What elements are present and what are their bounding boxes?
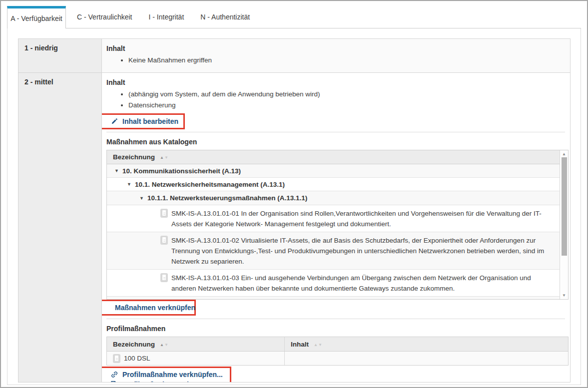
scrollbar-thumb[interactable] <box>562 157 567 256</box>
profil-row[interactable]: 100 DSL <box>107 352 568 365</box>
katalog-heading: Maßnahmen aus Katalogen <box>106 138 565 146</box>
tree-label: 10.1.1. Netzwerksteuerungsmaßnahmen (A.1… <box>147 194 307 202</box>
level-content-mittel: Inhalt (abhängig vom System, auf dem die… <box>102 73 570 383</box>
massnahme-row[interactable]: SMK-IS-A.13.01.01-01 In der Organisation… <box>107 205 568 232</box>
profilmassnahme-anlegen-link[interactable]: Profilmaßnahme anlegen... <box>111 381 223 383</box>
new-document-icon <box>111 381 117 383</box>
scroll-up-icon[interactable]: ▲ <box>560 152 568 156</box>
profil-heading: Profilmaßnahmen <box>106 325 565 333</box>
tree-row-level2[interactable]: ▼ 10.1. Netzwerksicherheitsmanagement (A… <box>107 178 568 191</box>
massnahme-row[interactable]: SMK-IS-A.13.01.01-02 Virtualisierte IT-A… <box>107 232 568 270</box>
table-scrollbar[interactable]: ▲ ▼ <box>560 150 568 299</box>
collapse-caret-icon[interactable]: ▼ <box>127 182 131 187</box>
massnahme-text: SMK-IS-A.13.01.01-02 Virtualisierte IT-A… <box>171 235 552 267</box>
document-icon <box>160 236 168 245</box>
section-divider <box>106 319 565 319</box>
sort-asc-icon: ▲ <box>314 342 318 347</box>
collapse-caret-icon[interactable]: ▼ <box>114 168 119 173</box>
scroll-down-icon[interactable]: ▼ <box>560 293 568 298</box>
tree-label: 10. Kommunikationssicherheit (A.13) <box>122 167 241 175</box>
link-label: Profilmaßnahme verknüpfen... <box>122 371 223 379</box>
section-divider <box>106 132 565 132</box>
massnahme-row[interactable]: SMK-IS-A.13.01.01-03 Ein- und ausgehende… <box>107 270 568 297</box>
sort-icons: ▲▼ <box>314 341 323 348</box>
tree-row-level1[interactable]: ▼ 10. Kommunikationssicherheit (A.13) <box>107 164 568 178</box>
massnahme-text: SMK-IS-A.13.01.01-01 In der Organisation… <box>171 208 552 229</box>
column-label: Inhalt <box>291 341 309 348</box>
tree-row-level3[interactable]: ▼ 10.1.1. Netzwerksteuerungsmaßnahmen (A… <box>107 191 568 205</box>
profil-table: Bezeichnung ▲▼ Inhalt ▲▼ 100 DSL <box>106 337 569 366</box>
content-panel: 1 - niedrig Inhalt Keine Maßnahmen ergri… <box>7 28 581 385</box>
profilmassnahme-verknuepfen-link[interactable]: Profilmaßnahme verknüpfen... <box>111 371 223 379</box>
sort-asc-icon: ▲ <box>160 155 164 160</box>
sort-desc-icon: ▼ <box>164 342 169 347</box>
tab-label: I - Integrität <box>148 13 184 21</box>
katalog-table: Bezeichnung ▲▼ ▼ 10. Kommunikationssiche… <box>106 150 569 300</box>
profil-inhalt-cell <box>285 352 568 365</box>
sort-icons: ▲▼ <box>160 341 169 348</box>
sort-icons[interactable]: ▲▼ <box>160 153 169 161</box>
sort-asc-icon: ▲ <box>160 342 164 347</box>
tab-verfuegbarkeit[interactable]: A - Verfügbarkeit <box>7 6 66 28</box>
highlight-box-inhalt-bearbeiten: Inhalt bearbeiten <box>102 113 185 129</box>
link-label: Maßnahmen verknüpfen <box>115 304 195 312</box>
inhalt-bearbeiten-link[interactable]: Inhalt bearbeiten <box>111 117 178 125</box>
massnahmen-verknuepfen-link[interactable]: Maßnahmen verknüpfen <box>110 304 188 312</box>
tab-label: A - Verfügbarkeit <box>10 14 62 22</box>
level-label-mittel: 2 - mittel <box>18 73 102 383</box>
inhalt-heading: Inhalt <box>106 44 565 52</box>
inhalt-heading: Inhalt <box>106 78 565 86</box>
document-icon <box>160 209 168 218</box>
level-row-mittel: 2 - mittel Inhalt (abhängig vom System, … <box>18 73 570 383</box>
bullet-item: Datensicherung <box>128 100 565 110</box>
highlight-box-profil-links: Profilmaßnahme verknüpfen... Profilmaßna… <box>102 367 231 383</box>
chain-link-icon <box>111 371 118 378</box>
massnahme-text: SMK-IS-A.13.01.01-03 Ein- und ausgehende… <box>171 273 552 294</box>
document-icon <box>113 354 120 363</box>
link-label: Inhalt bearbeiten <box>122 117 178 125</box>
tab-integritaet[interactable]: I - Integrität <box>143 6 189 28</box>
collapse-caret-icon[interactable]: ▼ <box>139 196 144 201</box>
katalog-table-header: Bezeichnung ▲▼ <box>107 150 568 164</box>
tab-label: N - Authentizität <box>200 13 250 21</box>
pencil-icon <box>111 118 118 125</box>
tab-bar: A - Verfügbarkeit C - Vertraulichkeit I … <box>7 6 581 28</box>
bullet-item: Keine Maßnahmen ergriffen <box>128 55 565 65</box>
profil-bezeichnung: 100 DSL <box>124 355 150 362</box>
level-row-niedrig: 1 - niedrig Inhalt Keine Maßnahmen ergri… <box>18 39 570 73</box>
column-header-inhalt[interactable]: Inhalt ▲▼ <box>285 337 568 351</box>
sort-desc-icon: ▼ <box>164 155 169 160</box>
level-content-niedrig: Inhalt Keine Maßnahmen ergriffen <box>102 39 570 72</box>
highlight-box-massnahmen-verknuepfen: Maßnahmen verknüpfen <box>102 300 196 316</box>
levels-table: 1 - niedrig Inhalt Keine Maßnahmen ergri… <box>18 38 571 383</box>
tab-vertraulichkeit[interactable]: C - Vertraulichkeit <box>71 6 137 28</box>
column-header-bezeichnung[interactable]: Bezeichnung ▲▼ <box>107 337 285 351</box>
link-label: Profilmaßnahme anlegen... <box>122 381 211 383</box>
document-icon <box>160 273 168 282</box>
tab-authentizitaet[interactable]: N - Authentizität <box>195 6 255 28</box>
column-header-bezeichnung[interactable]: Bezeichnung <box>113 153 155 161</box>
bullet-item: (abhängig vom System, auf dem die Anwend… <box>128 89 565 99</box>
column-label: Bezeichnung <box>113 341 155 348</box>
app-window: A - Verfügbarkeit C - Vertraulichkeit I … <box>0 0 588 388</box>
profil-table-header: Bezeichnung ▲▼ Inhalt ▲▼ <box>107 337 568 352</box>
level-label-niedrig: 1 - niedrig <box>18 39 102 72</box>
sort-desc-icon: ▼ <box>318 342 323 347</box>
massnahme-row[interactable]: SMK-IS-A.13.01.01-04 Das Routing von Dat… <box>107 297 568 300</box>
tab-label: C - Vertraulichkeit <box>77 13 132 21</box>
tree-label: 10.1. Netzwerksicherheitsmanagement (A.1… <box>135 181 285 188</box>
